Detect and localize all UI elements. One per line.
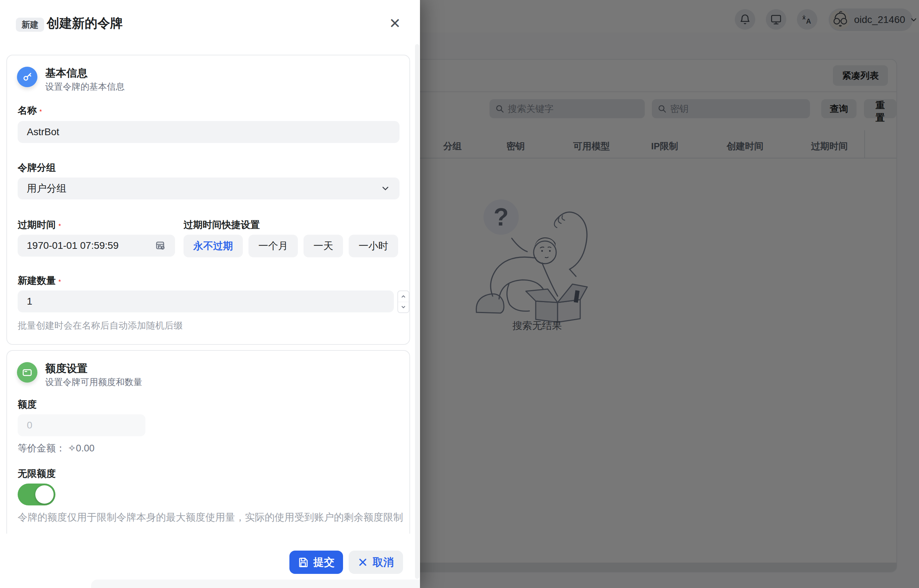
unlimited-quota-toggle[interactable]: [18, 483, 55, 506]
chevron-down-icon: [380, 184, 390, 194]
required-mark: *: [58, 279, 61, 285]
quick-never-button[interactable]: 永不过期: [184, 235, 243, 257]
quota-label: 额度: [18, 398, 37, 411]
group-select[interactable]: 用户分组: [18, 178, 399, 199]
calendar-clock-icon: [155, 240, 166, 251]
quick-expire-group: 永不过期 一个月 一天 一小时: [184, 235, 398, 257]
count-label: 新建数量: [18, 275, 56, 286]
create-token-drawer: 新建 创建新的令牌 ✕ 基本信息 设置令牌的基本信息 名称* 令牌分组 用户分组…: [0, 0, 420, 588]
group-select-value: 用户分组: [27, 182, 66, 195]
name-label: 名称: [18, 105, 37, 116]
quota-hint: 令牌的额度仅用于限制令牌本身的最大额度使用量，实际的使用受到账户的剩余额度限制: [18, 510, 404, 525]
submit-button[interactable]: 提交: [289, 551, 343, 574]
expire-datetime-value: 1970-01-01 07:59:59: [27, 240, 119, 251]
equivalent-amount: 等价金额： ✧0.00: [18, 442, 95, 455]
cancel-button[interactable]: 取消: [349, 551, 403, 574]
save-icon: [298, 557, 308, 567]
name-input[interactable]: [18, 121, 399, 143]
basic-card-title: 基本信息: [45, 66, 87, 81]
modal-dim-overlay[interactable]: [420, 0, 919, 588]
count-input[interactable]: [18, 291, 394, 312]
count-hint: 批量创建时会在名称后自动添加随机后缀: [18, 320, 183, 332]
required-mark: *: [40, 109, 42, 115]
close-icon[interactable]: ✕: [386, 15, 404, 32]
required-mark: *: [58, 223, 61, 229]
quota-card-subtitle: 设置令牌可用额度和数量: [45, 376, 142, 388]
expire-label: 过期时间: [18, 220, 56, 230]
quick-one-month-button[interactable]: 一个月: [249, 235, 298, 257]
group-label: 令牌分组: [18, 161, 56, 174]
key-icon: [17, 67, 37, 87]
basic-info-card: 基本信息 设置令牌的基本信息 名称* 令牌分组 用户分组 过期时间* 1970-…: [6, 55, 410, 345]
quota-card: 额度设置 设置令牌可用额度和数量 额度 等价金额： ✧0.00 无限额度 令牌的…: [6, 350, 410, 534]
quota-input[interactable]: [18, 414, 145, 436]
bottom-band: [91, 580, 420, 588]
wallet-icon: [17, 362, 37, 383]
cancel-x-icon: [358, 557, 368, 567]
drawer-title: 创建新的令牌: [47, 15, 123, 32]
quota-card-title: 额度设置: [45, 362, 87, 376]
quick-one-hour-button[interactable]: 一小时: [349, 235, 398, 257]
cancel-label: 取消: [373, 555, 394, 570]
toggle-knob: [35, 485, 54, 504]
drawer-scrollbar[interactable]: [415, 44, 419, 579]
expire-datetime-input[interactable]: 1970-01-01 07:59:59: [18, 235, 175, 257]
drawer-footer: 提交 取消: [0, 551, 420, 574]
basic-card-subtitle: 设置令牌的基本信息: [45, 81, 124, 92]
stepper-down-icon[interactable]: [398, 302, 409, 313]
stepper-up-icon[interactable]: [398, 291, 409, 302]
count-stepper[interactable]: [397, 291, 409, 313]
quick-one-day-button[interactable]: 一天: [304, 235, 343, 257]
new-badge: 新建: [16, 18, 44, 32]
quick-expire-label: 过期时间快捷设置: [184, 218, 260, 231]
unlimited-quota-label: 无限额度: [18, 467, 56, 480]
submit-label: 提交: [313, 555, 334, 570]
